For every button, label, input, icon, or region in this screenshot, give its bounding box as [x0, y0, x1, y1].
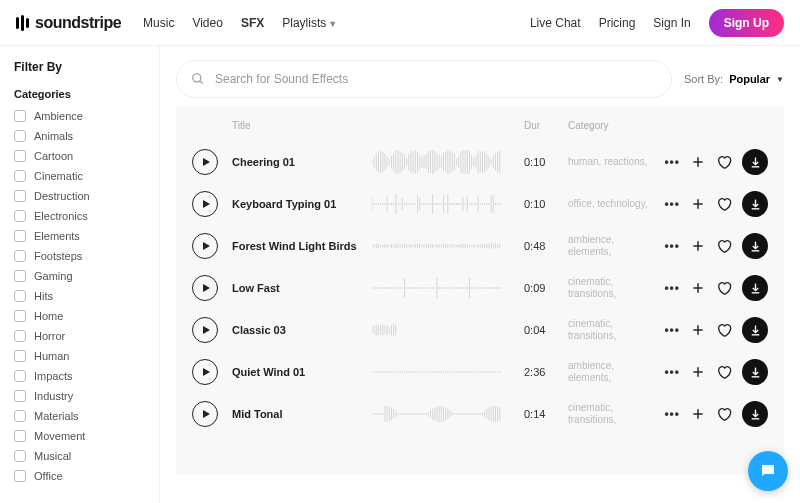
add-button[interactable]: [690, 280, 706, 296]
play-button[interactable]: [192, 149, 218, 175]
nav-item-playlists[interactable]: Playlists▼: [282, 16, 337, 30]
waveform[interactable]: [372, 150, 524, 174]
category-horror[interactable]: Horror: [14, 330, 145, 342]
category-human[interactable]: Human: [14, 350, 145, 362]
category-gaming[interactable]: Gaming: [14, 270, 145, 282]
track-title[interactable]: Quiet Wind 01: [232, 366, 372, 378]
waveform[interactable]: [372, 234, 524, 258]
category-cinematic[interactable]: Cinematic: [14, 170, 145, 182]
more-button[interactable]: •••: [664, 365, 680, 379]
nav-item-video[interactable]: Video: [192, 16, 222, 30]
play-icon: [203, 410, 210, 418]
category-cartoon[interactable]: Cartoon: [14, 150, 145, 162]
more-button[interactable]: •••: [664, 407, 680, 421]
category-label: Footsteps: [34, 250, 82, 262]
more-button[interactable]: •••: [664, 155, 680, 169]
category-home[interactable]: Home: [14, 310, 145, 322]
search-icon: [191, 72, 205, 86]
category-destruction[interactable]: Destruction: [14, 190, 145, 202]
download-button[interactable]: [742, 359, 768, 385]
favorite-button[interactable]: [716, 322, 732, 338]
waveform[interactable]: [372, 192, 524, 216]
more-button[interactable]: •••: [664, 323, 680, 337]
track-list: Title Dur Category Cheering 010:10human,…: [176, 106, 784, 475]
add-button[interactable]: [690, 406, 706, 422]
category-animals[interactable]: Animals: [14, 130, 145, 142]
sort-by[interactable]: Sort By: Popular ▼: [684, 73, 784, 85]
category-ambience[interactable]: Ambience: [14, 110, 145, 122]
track-duration: 0:48: [524, 240, 568, 252]
favorite-button[interactable]: [716, 154, 732, 170]
category-electronics[interactable]: Electronics: [14, 210, 145, 222]
category-materials[interactable]: Materials: [14, 410, 145, 422]
download-button[interactable]: [742, 317, 768, 343]
category-label: Movement: [34, 430, 85, 442]
chat-fab[interactable]: [748, 451, 788, 491]
download-button[interactable]: [742, 191, 768, 217]
nav-item-music[interactable]: Music: [143, 16, 174, 30]
waveform[interactable]: [372, 360, 524, 384]
categories-heading: Categories: [14, 88, 145, 100]
table-row: Low Fast0:09cinematic, transitions,•••: [176, 267, 784, 309]
add-button[interactable]: [690, 322, 706, 338]
track-title[interactable]: Low Fast: [232, 282, 372, 294]
add-button[interactable]: [690, 238, 706, 254]
add-button[interactable]: [690, 154, 706, 170]
list-header: Title Dur Category: [176, 106, 784, 141]
download-button[interactable]: [742, 401, 768, 427]
live-chat-link[interactable]: Live Chat: [530, 16, 581, 30]
track-title[interactable]: Forest Wind Light Birds: [232, 240, 372, 252]
waveform[interactable]: [372, 318, 524, 342]
waveform[interactable]: [372, 276, 524, 300]
category-footsteps[interactable]: Footsteps: [14, 250, 145, 262]
main: Search for Sound Effects Sort By: Popula…: [160, 46, 800, 503]
play-button[interactable]: [192, 359, 218, 385]
play-icon: [203, 284, 210, 292]
sign-up-button[interactable]: Sign Up: [709, 9, 784, 37]
more-button[interactable]: •••: [664, 239, 680, 253]
favorite-button[interactable]: [716, 364, 732, 380]
table-row: Mid Tonal0:14cinematic, transitions,•••: [176, 393, 784, 435]
category-hits[interactable]: Hits: [14, 290, 145, 302]
svg-line-1: [200, 81, 203, 84]
table-row: Forest Wind Light Birds0:48ambience, ele…: [176, 225, 784, 267]
play-button[interactable]: [192, 401, 218, 427]
download-button[interactable]: [742, 275, 768, 301]
add-button[interactable]: [690, 364, 706, 380]
waveform[interactable]: [372, 402, 524, 426]
category-musical[interactable]: Musical: [14, 450, 145, 462]
category-office[interactable]: Office: [14, 470, 145, 482]
checkbox-icon: [14, 370, 26, 382]
checkbox-icon: [14, 210, 26, 222]
play-icon: [203, 368, 210, 376]
track-title[interactable]: Classic 03: [232, 324, 372, 336]
favorite-button[interactable]: [716, 238, 732, 254]
more-button[interactable]: •••: [664, 197, 680, 211]
favorite-button[interactable]: [716, 406, 732, 422]
download-button[interactable]: [742, 149, 768, 175]
track-title[interactable]: Mid Tonal: [232, 408, 372, 420]
play-button[interactable]: [192, 275, 218, 301]
play-button[interactable]: [192, 191, 218, 217]
category-movement[interactable]: Movement: [14, 430, 145, 442]
play-button[interactable]: [192, 233, 218, 259]
nav-item-sfx[interactable]: SFX: [241, 16, 264, 30]
search-input[interactable]: Search for Sound Effects: [176, 60, 672, 98]
add-button[interactable]: [690, 196, 706, 212]
favorite-button[interactable]: [716, 280, 732, 296]
more-button[interactable]: •••: [664, 281, 680, 295]
download-button[interactable]: [742, 233, 768, 259]
category-industry[interactable]: Industry: [14, 390, 145, 402]
category-impacts[interactable]: Impacts: [14, 370, 145, 382]
track-title[interactable]: Cheering 01: [232, 156, 372, 168]
pricing-link[interactable]: Pricing: [599, 16, 636, 30]
logo[interactable]: soundstripe: [16, 14, 121, 32]
category-elements[interactable]: Elements: [14, 230, 145, 242]
favorite-button[interactable]: [716, 196, 732, 212]
track-title[interactable]: Keyboard Typing 01: [232, 198, 372, 210]
category-label: Office: [34, 470, 63, 482]
checkbox-icon: [14, 350, 26, 362]
play-button[interactable]: [192, 317, 218, 343]
play-icon: [203, 242, 210, 250]
sign-in-link[interactable]: Sign In: [653, 16, 690, 30]
